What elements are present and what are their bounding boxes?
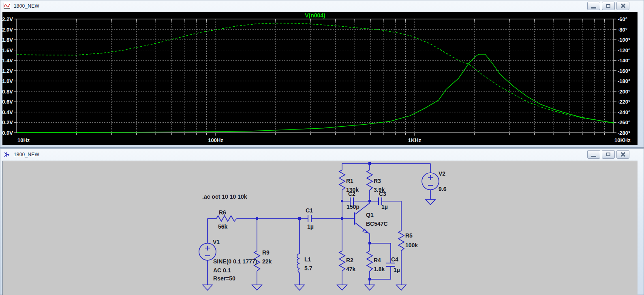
y-axis-label-right: -60°: [618, 16, 627, 22]
spice-directive[interactable]: .ac oct 10 10 10k: [202, 193, 247, 200]
close-button[interactable]: [616, 2, 629, 10]
minimize-button[interactable]: [587, 150, 600, 159]
waveform-window: 1800_NEW 2.2V-60°2.0V-80°1.8V-100°1.6V-1…: [0, 0, 644, 148]
y-axis-label-right: -100°: [618, 37, 630, 43]
component-value-V1-line2[interactable]: AC 0.1: [213, 267, 231, 274]
component-ref-R5[interactable]: R5: [405, 232, 413, 239]
y-axis-label-left: 1.6V: [2, 47, 13, 53]
plot-box: [17, 19, 614, 133]
y-axis-label-left: 2.2V: [2, 16, 13, 22]
restore-button[interactable]: [602, 150, 615, 159]
component-value-R2[interactable]: 47k: [346, 266, 356, 272]
wire-junction: [368, 242, 371, 244]
wire-junction: [298, 217, 301, 220]
ground-symbol: [203, 285, 212, 290]
component-value-V1-line3[interactable]: Rser=50: [213, 275, 235, 282]
schematic-drawing[interactable]: .ac oct 10 10 10kR656kC11µV1SINE(0 0.1 1…: [3, 161, 638, 295]
resistor-R4: [367, 251, 372, 271]
component-ref-R4[interactable]: R4: [374, 257, 381, 263]
wire-junction: [368, 162, 371, 165]
component-value-C1[interactable]: 1µ: [307, 223, 314, 230]
component-ref-V1[interactable]: V1: [213, 239, 220, 245]
y-axis-label-left: 0.0V: [2, 130, 13, 136]
component-ref-R2[interactable]: R2: [346, 257, 353, 263]
component-value-Q1[interactable]: BC547C: [366, 221, 388, 227]
source-V1-plus: [205, 246, 210, 250]
component-value-R6[interactable]: 56k: [218, 223, 228, 230]
ground-symbol: [365, 285, 374, 290]
trace-phase: [17, 23, 614, 123]
wire-junction: [368, 200, 371, 202]
x-axis-label: 1KHz: [408, 137, 421, 143]
component-value-C2[interactable]: 150p: [347, 204, 359, 210]
trace-legend-label[interactable]: V(n004): [305, 12, 325, 19]
y-axis-label-right: -240°: [618, 109, 630, 115]
component-value-C3[interactable]: 1µ: [381, 204, 388, 210]
resistor-R2: [339, 251, 345, 271]
schematic-window: 1800_NEW .ac oct 10 10 10kR656kC11µV1SIN…: [0, 149, 644, 295]
schematic-canvas[interactable]: .ac oct 10 10 10kR656kC11µV1SINE(0 0.1 1…: [2, 161, 638, 295]
y-axis-label-right: -280°: [618, 130, 630, 136]
wire-junction: [256, 217, 258, 220]
y-axis-label-left: 1.0V: [2, 78, 13, 84]
y-axis-label-right: -80°: [618, 27, 627, 33]
y-axis-label-left: 1.8V: [2, 37, 13, 43]
component-value-V2[interactable]: 9.6: [439, 186, 447, 192]
restore-icon: [606, 153, 610, 156]
resistor-R6: [216, 216, 237, 221]
resistor-R1: [339, 170, 345, 190]
component-ref-L1[interactable]: L1: [304, 256, 311, 263]
ground-symbol: [337, 285, 347, 290]
component-value-R4[interactable]: 1.8k: [374, 266, 385, 272]
component-ref-R1[interactable]: R1: [346, 178, 353, 184]
waveform-plot[interactable]: 2.2V-60°2.0V-80°1.8V-100°1.6V-120°1.4V-1…: [2, 12, 638, 145]
y-axis-label-right: -140°: [618, 57, 630, 64]
y-axis-label-left: 0.8V: [2, 89, 13, 95]
schematic-titlebar[interactable]: 1800_NEW: [0, 149, 644, 160]
source-V2-plus: [428, 175, 433, 180]
wire-junction: [341, 200, 343, 202]
y-axis-label-right: -160°: [618, 68, 630, 74]
component-value-R9[interactable]: 22k: [262, 258, 272, 265]
restore-button[interactable]: [602, 2, 615, 10]
schematic-window-title: 1800_NEW: [14, 152, 39, 157]
component-value-C4[interactable]: 1µ: [394, 267, 400, 273]
ground-symbol: [396, 285, 406, 290]
ground-symbol: [252, 285, 262, 290]
component-ref-Q1[interactable]: Q1: [366, 212, 374, 218]
component-ref-C2[interactable]: C2: [348, 191, 355, 197]
close-icon: [620, 4, 625, 8]
wire-junction: [341, 217, 343, 220]
y-axis-label-left: 0.6V: [2, 99, 13, 105]
y-axis-label-right: -220°: [618, 99, 630, 105]
component-ref-R3[interactable]: R3: [374, 178, 381, 184]
y-axis-label-left: 2.0V: [2, 27, 13, 33]
x-axis-label: 100Hz: [208, 137, 223, 143]
y-axis-label-left: 1.4V: [2, 57, 13, 64]
restore-icon: [606, 4, 610, 8]
x-axis-label: 10Hz: [17, 137, 30, 143]
y-axis-label-right: -200°: [618, 89, 630, 95]
y-axis-label-right: -120°: [618, 47, 630, 53]
waveform-titlebar[interactable]: 1800_NEW: [0, 0, 644, 11]
y-axis-label-right: -260°: [618, 119, 630, 125]
component-value-L1[interactable]: 5.7: [304, 265, 312, 272]
minimize-button[interactable]: [587, 2, 600, 10]
y-axis-label-left: 0.2V: [2, 119, 13, 125]
x-axis-label: 10KHz: [614, 137, 631, 143]
component-ref-C1[interactable]: C1: [306, 207, 313, 214]
component-ref-C3[interactable]: C3: [379, 191, 386, 197]
waveform-window-icon[interactable]: [3, 2, 11, 9]
waveform-plot-pane[interactable]: 2.2V-60°2.0V-80°1.8V-100°1.6V-120°1.4V-1…: [2, 12, 638, 145]
component-ref-R9[interactable]: R9: [262, 249, 270, 256]
component-value-R5[interactable]: 100k: [405, 242, 418, 248]
component-ref-R6[interactable]: R6: [219, 209, 226, 216]
ground-symbol: [426, 199, 435, 205]
component-value-V1[interactable]: SINE(0 0.1 1777): [213, 258, 257, 265]
close-button[interactable]: [616, 150, 629, 159]
schematic-window-icon[interactable]: [3, 151, 11, 158]
y-axis-label-left: 0.4V: [2, 109, 13, 115]
component-ref-V2[interactable]: V2: [439, 170, 445, 177]
component-ref-C4[interactable]: C4: [391, 256, 398, 263]
y-axis-label-left: 1.2V: [2, 68, 13, 74]
